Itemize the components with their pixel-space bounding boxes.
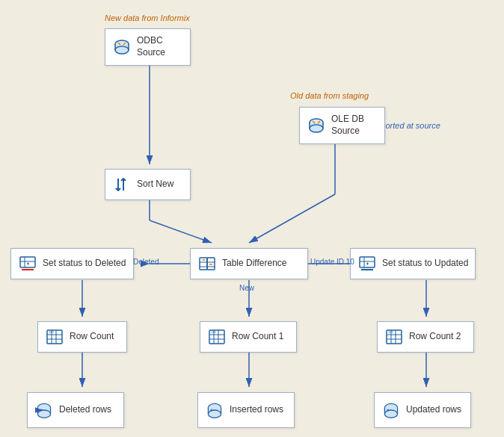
sort-new-label: Sort New bbox=[137, 179, 173, 190]
svg-point-59 bbox=[37, 410, 50, 418]
row-count-node[interactable]: 123 Row Count bbox=[37, 321, 127, 353]
new-data-annotation: New data from Informix bbox=[105, 13, 190, 22]
row-count-2-icon: 123 bbox=[385, 328, 403, 346]
odbc-source-node[interactable]: ODBCSource bbox=[105, 28, 191, 66]
ole-db-source-label: OLE DBSource bbox=[331, 114, 364, 137]
table-diff-icon bbox=[198, 255, 216, 273]
old-data-annotation: Old data from staging bbox=[290, 91, 369, 100]
ole-db-source-node[interactable]: OLE DBSource bbox=[299, 107, 385, 144]
deleted-edge-label: Deleted bbox=[133, 258, 159, 266]
set-status-deleted-label: Set status to Deleted bbox=[43, 258, 126, 270]
updated-rows-label: Updated rows bbox=[406, 404, 461, 416]
row-count-1-node[interactable]: 123 Row Count 1 bbox=[200, 321, 297, 353]
row-count-label: Row Count bbox=[70, 331, 114, 343]
sort-icon bbox=[113, 176, 131, 193]
update-id-edge-label: Update ID 10 bbox=[310, 258, 354, 266]
row-count-1-icon: 123 bbox=[208, 328, 226, 346]
sorted-at-source-annotation: sorted at source bbox=[381, 121, 440, 130]
set-status-updated-node[interactable]: Set status to Updated bbox=[350, 248, 476, 279]
inserted-rows-icon bbox=[206, 401, 224, 419]
svg-point-71 bbox=[384, 410, 397, 418]
updated-rows-icon bbox=[382, 401, 400, 419]
svg-text:123: 123 bbox=[49, 330, 54, 334]
svg-rect-36 bbox=[360, 257, 375, 267]
inserted-rows-node[interactable]: Inserted rows bbox=[197, 392, 295, 428]
svg-rect-33 bbox=[20, 257, 35, 267]
ole-db-icon bbox=[307, 117, 325, 134]
set-updated-icon bbox=[358, 255, 376, 273]
arrows-svg bbox=[0, 0, 504, 437]
row-count-2-node[interactable]: 123 Row Count 2 bbox=[377, 321, 474, 353]
new-edge-label: New bbox=[239, 284, 254, 292]
svg-point-24 bbox=[310, 125, 323, 132]
svg-text:123: 123 bbox=[388, 330, 393, 334]
sort-new-node[interactable]: Sort New bbox=[105, 169, 191, 200]
table-difference-node[interactable]: Table Difference bbox=[190, 248, 308, 279]
odbc-icon bbox=[113, 38, 131, 56]
set-status-deleted-node[interactable]: Set status to Deleted bbox=[10, 248, 134, 279]
deleted-rows-icon bbox=[35, 401, 53, 419]
svg-point-65 bbox=[208, 410, 221, 418]
table-difference-label: Table Difference bbox=[222, 258, 287, 270]
svg-point-18 bbox=[115, 46, 129, 54]
deleted-rows-label: Deleted rows bbox=[59, 404, 111, 416]
svg-text:123: 123 bbox=[211, 330, 216, 334]
deleted-rows-node[interactable]: Deleted rows bbox=[27, 392, 124, 428]
set-deleted-icon bbox=[19, 255, 37, 273]
odbc-source-label: ODBCSource bbox=[137, 35, 165, 58]
svg-line-6 bbox=[150, 220, 212, 243]
row-count-icon: 123 bbox=[46, 328, 64, 346]
svg-rect-28 bbox=[207, 258, 215, 270]
set-status-updated-label: Set status to Updated bbox=[382, 258, 468, 270]
canvas: New data from Informix Old data from sta… bbox=[0, 0, 504, 437]
row-count-2-label: Row Count 2 bbox=[409, 331, 461, 343]
inserted-rows-label: Inserted rows bbox=[230, 404, 283, 416]
updated-rows-node[interactable]: Updated rows bbox=[374, 392, 471, 428]
svg-line-4 bbox=[249, 194, 335, 243]
row-count-1-label: Row Count 1 bbox=[232, 331, 283, 343]
